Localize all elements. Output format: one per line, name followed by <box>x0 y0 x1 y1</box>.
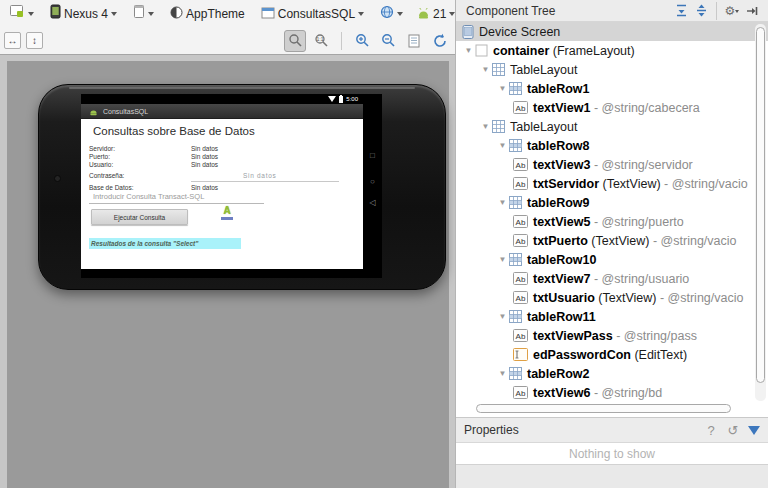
tablerow-icon <box>509 310 522 323</box>
svg-text:Ab: Ab <box>516 180 526 189</box>
node-resource: - @string/servidor <box>590 158 692 172</box>
expand-all-button[interactable] <box>671 2 691 20</box>
expand-arrow-icon[interactable]: ▼ <box>496 312 509 321</box>
form-row[interactable]: Base de Datos:Sin datos <box>89 184 218 191</box>
expand-arrow-icon[interactable]: ▼ <box>496 141 509 150</box>
tree-node-tablerow1[interactable]: ▼tableRow1 <box>456 79 768 98</box>
node-id: tableRow11 <box>527 310 596 324</box>
designer-toolbar: Nexus 4 AppTheme ConsultasSQL <box>0 0 455 55</box>
filter-icon[interactable] <box>748 426 760 435</box>
form-row[interactable]: Puerto:Sin datos <box>89 153 218 160</box>
tablerow-icon <box>509 82 522 95</box>
activity-label: ConsultasSQL <box>278 7 355 21</box>
refresh-button[interactable] <box>429 30 451 52</box>
tree-node-textview6[interactable]: AbtextView6 - @string/bd <box>456 383 768 402</box>
green-a-icon: A <box>219 206 235 216</box>
expand-arrow-icon[interactable]: ▼ <box>496 84 509 93</box>
ab-icon: Ab <box>513 291 528 304</box>
tree-node-tablerow8[interactable]: ▼tableRow8 <box>456 136 768 155</box>
query-input-hint[interactable]: Introducir Consulta Transact-SQL <box>93 192 204 201</box>
tree-horizontal-scrollbar[interactable] <box>474 404 740 414</box>
back-icon[interactable]: ◁ <box>363 199 382 207</box>
tree-node-tablelayout[interactable]: ▼TableLayout <box>456 117 768 136</box>
nexus4-device-frame: 5:00 ConsultasSQL Consultas sobre Base d… <box>38 84 446 290</box>
device-selector[interactable]: Nexus 4 <box>47 2 120 25</box>
tree-node-textview7[interactable]: AbtextView7 - @string/usuario <box>456 269 768 288</box>
tree-node-container[interactable]: ▼container (FrameLayout) <box>456 41 768 60</box>
locale-selector[interactable] <box>377 3 406 25</box>
results-label[interactable]: Resultados de la consulta "Select" <box>89 238 241 249</box>
tree-settings-button[interactable]: ⚙ <box>722 2 742 20</box>
svg-text:Ab: Ab <box>516 218 526 227</box>
stretch-height-button[interactable]: ↕ <box>26 32 43 49</box>
design-canvas[interactable]: 5:00 ConsultasSQL Consultas sobre Base d… <box>0 55 455 488</box>
tablerow-icon <box>509 367 522 380</box>
expand-arrow-icon[interactable]: ▼ <box>479 65 492 74</box>
device-icon <box>462 25 474 39</box>
hide-panel-button[interactable] <box>742 2 762 20</box>
tree-node-txtpuerto[interactable]: AbtxtPuerto (TextView) - @string/vacio <box>456 231 768 250</box>
expand-arrow-icon[interactable]: ▼ <box>462 46 475 55</box>
field-label: Contraseña: <box>89 172 191 179</box>
tree-node-txtusuario[interactable]: AbtxtUsuario (TextView) - @string/vacio <box>456 288 768 307</box>
design-surface[interactable]: 5:00 ConsultasSQL Consultas sobre Base d… <box>7 61 449 488</box>
preview-file-icon[interactable] <box>403 30 425 52</box>
collapse-all-button[interactable] <box>691 2 711 20</box>
tree-node-tablerow2[interactable]: ▼tableRow2 <box>456 364 768 383</box>
expand-arrow-icon[interactable]: ▼ <box>496 255 509 264</box>
properties-empty-message: Nothing to show <box>456 443 768 464</box>
orientation-selector[interactable] <box>130 2 157 25</box>
device-screen-preview[interactable]: 5:00 ConsultasSQL Consultas sobre Base d… <box>81 94 382 278</box>
field-label: Base de Datos: <box>89 184 191 191</box>
api-level-selector[interactable]: 21 <box>414 3 458 25</box>
node-resource: - @string/vacio <box>661 177 748 191</box>
tree-node-edpasswordcon[interactable]: edPasswordCon (EditText) <box>456 345 768 364</box>
layout-content[interactable]: Consultas sobre Base de Datos Servidor:S… <box>81 119 363 269</box>
zoom-out-button[interactable] <box>377 30 399 52</box>
tree-node-textview3[interactable]: AbtextView3 - @string/servidor <box>456 155 768 174</box>
ab-icon: Ab <box>513 234 528 247</box>
svg-text:Ab: Ab <box>516 275 526 284</box>
tree-node-tablerow10[interactable]: ▼tableRow10 <box>456 250 768 269</box>
node-id: container <box>493 44 549 58</box>
tree-node-textviewpass[interactable]: AbtextViewPass - @string/pass <box>456 326 768 345</box>
result-image-icon[interactable]: A <box>219 206 235 220</box>
activity-selector[interactable]: ConsultasSQL <box>258 3 367 25</box>
expand-arrow-icon[interactable]: ▼ <box>496 198 509 207</box>
svg-text:Ab: Ab <box>516 161 526 170</box>
execute-query-button[interactable]: Ejecutar Consulta <box>91 209 188 225</box>
svg-text:Ab: Ab <box>516 389 526 398</box>
tree-node-txtservidor[interactable]: AbtxtServidor (TextView) - @string/vacio <box>456 174 768 193</box>
node-id: edPasswordCon <box>533 348 631 362</box>
scrollbar-thumb[interactable] <box>756 27 765 383</box>
form-row[interactable]: Servidor:Sin datos <box>89 145 218 152</box>
node-id: textView5 <box>533 215 590 229</box>
tree-node-tablerow9[interactable]: ▼tableRow9 <box>456 193 768 212</box>
zoom-toolbar-row: ↔ ↕ 1:1 ⚙ <box>0 27 455 54</box>
tree-node-tablerow11[interactable]: ▼tableRow11 <box>456 307 768 326</box>
form-row[interactable]: Usuario:Sin datos <box>89 161 218 168</box>
scrollbar-thumb[interactable] <box>476 404 731 413</box>
arrow-horizontal-icon: ↔ <box>8 35 18 46</box>
stretch-width-button[interactable]: ↔ <box>4 32 21 49</box>
zoom-in-button[interactable] <box>351 30 373 52</box>
tree-node-textview1[interactable]: AbtextView1 - @string/cabecera <box>456 98 768 117</box>
home-icon[interactable]: ○ <box>363 178 382 186</box>
theme-selector[interactable]: AppTheme <box>167 3 248 25</box>
recents-icon[interactable]: □ <box>363 152 382 160</box>
tree-vertical-scrollbar[interactable] <box>755 24 766 401</box>
expand-arrow-icon[interactable]: ▼ <box>496 369 509 378</box>
zoom-actual-size-button[interactable]: 1:1 <box>310 30 332 52</box>
screen-heading[interactable]: Consultas sobre Base de Datos <box>93 125 255 137</box>
help-button[interactable]: ? <box>700 423 722 438</box>
zoom-to-fit-button[interactable] <box>284 30 306 52</box>
node-resource: - @string/bd <box>590 386 662 400</box>
chevron-down-icon <box>358 12 364 19</box>
render-config-button[interactable] <box>6 2 37 25</box>
expand-arrow-icon[interactable]: ▼ <box>479 122 492 131</box>
tree-node-device-screen[interactable]: Device Screen <box>456 22 768 41</box>
tree-node-textview5[interactable]: AbtextView5 - @string/puerto <box>456 212 768 231</box>
reset-button[interactable]: ↺ <box>722 423 744 438</box>
form-row[interactable]: Contraseña:Sin datos <box>89 172 276 179</box>
tree-node-tablelayout[interactable]: ▼TableLayout <box>456 60 768 79</box>
